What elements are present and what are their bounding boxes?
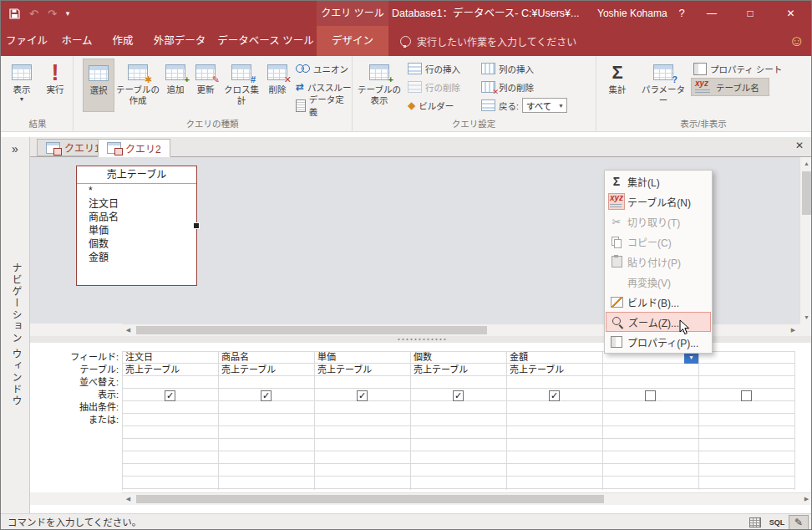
scroll-right-icon[interactable]: ▶ xyxy=(800,493,812,505)
field-item[interactable]: 単価 xyxy=(77,224,196,237)
show-checkbox[interactable] xyxy=(741,390,752,401)
datasheet-view-button[interactable] xyxy=(745,515,765,530)
tab-create[interactable]: 作成 xyxy=(101,26,145,56)
field-cell[interactable]: 注文日 xyxy=(122,351,216,364)
union-button[interactable]: ユニオン xyxy=(293,59,352,78)
menu-item-build[interactable]: ビルド(B)... xyxy=(606,292,711,312)
update-button[interactable]: ✎ 更新 xyxy=(191,59,220,112)
field-cell[interactable]: 個数 xyxy=(410,351,504,364)
menu-item-zoom[interactable]: ズーム(Z)... xyxy=(606,312,711,332)
expand-nav-pane-icon[interactable]: » xyxy=(1,142,29,155)
sigma-icon: Σ xyxy=(613,176,620,187)
titlebar: ↶ ↷ ▾ クエリ ツール Database1：データベース- C:¥Users… xyxy=(1,1,811,26)
scroll-down-icon[interactable]: ▼ xyxy=(800,311,812,324)
scroll-left-icon[interactable]: ◀ xyxy=(122,324,134,336)
scroll-right-icon[interactable]: ▶ xyxy=(787,324,799,336)
field-list[interactable]: 売上テーブル * 注文日 商品名 単価 個数 金額 xyxy=(76,166,197,286)
close-button[interactable]: ✕ xyxy=(769,1,812,26)
show-checkbox[interactable] xyxy=(261,390,272,401)
table-cell[interactable]: 売上テーブル xyxy=(122,364,216,376)
tab-file[interactable]: ファイル xyxy=(1,26,53,56)
tab-database-tools[interactable]: データベース ツール xyxy=(215,26,317,56)
sql-view-button[interactable]: SQL xyxy=(767,515,787,530)
tab-design[interactable]: デザイン xyxy=(317,26,388,56)
delete-rows-button: 行の削除 xyxy=(405,78,475,96)
delete-columns-button[interactable]: ✕ 列の削除 xyxy=(479,78,551,96)
show-checkbox[interactable] xyxy=(549,390,560,401)
maximize-button[interactable]: □ xyxy=(731,1,769,26)
menu-item-table-names-label: テーブル名(N) xyxy=(627,195,691,209)
append-button[interactable]: + 追加 xyxy=(161,59,190,112)
scrollbar-thumb[interactable] xyxy=(136,326,487,334)
feedback-smiley-icon[interactable]: ☺ xyxy=(789,26,804,56)
return-combobox[interactable]: すべて ▼ xyxy=(522,98,567,113)
grid-horizontal-scrollbar[interactable]: ◀ ▶ xyxy=(122,492,812,505)
select-query-button[interactable]: 選択 xyxy=(83,59,114,112)
tab-home[interactable]: ホーム xyxy=(53,26,101,56)
table-cell[interactable]: 売上テーブル xyxy=(314,364,408,376)
undo-icon[interactable]: ↶ xyxy=(29,8,38,20)
delete-query-button[interactable]: ✕ 削除 xyxy=(263,59,292,112)
scrollbar-thumb[interactable] xyxy=(136,495,604,503)
crosstab-label: クロス集計 xyxy=(221,84,261,105)
builder-button[interactable]: ◆ ビルダー xyxy=(405,96,475,115)
parameters-button[interactable]: ? パラメーター xyxy=(637,59,689,112)
table-cell[interactable]: 売上テーブル xyxy=(218,364,312,376)
make-table-label: テーブルの作成 xyxy=(116,84,160,105)
menu-item-properties[interactable]: プロパティ(P)... xyxy=(606,332,711,352)
table-names-button[interactable]: テーブル名 xyxy=(691,78,769,96)
scroll-left-icon[interactable]: ◀ xyxy=(122,493,134,505)
field-item[interactable]: 注文日 xyxy=(77,197,196,211)
field-cell[interactable]: 単価 xyxy=(314,351,408,364)
property-sheet-button[interactable]: プロパティ シート xyxy=(691,59,791,78)
query-icon xyxy=(46,142,60,154)
data-definition-button[interactable]: データ定義 xyxy=(293,96,352,115)
totals-button[interactable]: Σ 集計 xyxy=(601,59,634,112)
show-table-button[interactable]: + テーブルの表示 xyxy=(357,59,402,112)
chevron-down-icon: ▼ xyxy=(558,103,564,109)
crosstab-button[interactable]: # クロス集計 xyxy=(221,59,261,112)
redo-icon[interactable]: ↷ xyxy=(48,8,57,20)
navigation-pane-collapsed[interactable]: » ナビゲーション ウィンドウ xyxy=(1,137,30,513)
field-list-title[interactable]: 売上テーブル xyxy=(77,166,196,184)
show-checkbox[interactable] xyxy=(357,390,368,401)
field-cell[interactable]: 商品名 xyxy=(218,351,312,364)
table-cell[interactable]: 売上テーブル xyxy=(506,364,600,376)
show-checkbox[interactable] xyxy=(165,390,175,401)
field-cell[interactable]: 金額 xyxy=(506,351,600,364)
property-sheet-label: プロパティ シート xyxy=(710,63,782,75)
show-checkbox[interactable] xyxy=(645,390,656,401)
qat-customize-icon[interactable]: ▾ xyxy=(66,9,70,18)
return-icon xyxy=(481,99,495,111)
view-button[interactable]: 表示 ▼ xyxy=(6,59,38,112)
close-document-icon[interactable]: ✕ xyxy=(795,140,804,151)
tab-external-data[interactable]: 外部データ xyxy=(145,26,215,56)
save-icon[interactable] xyxy=(9,8,20,19)
table-names-icon xyxy=(609,196,624,208)
mouse-cursor xyxy=(679,319,690,339)
field-item[interactable]: 金額 xyxy=(77,251,196,264)
user-account[interactable]: Yoshie Kohama xyxy=(597,1,667,26)
field-item[interactable]: 個数 xyxy=(77,237,196,251)
tellme-box[interactable]: 実行したい作業を入力してください xyxy=(400,26,576,56)
make-table-button[interactable]: ✱ テーブルの作成 xyxy=(116,59,160,112)
run-button[interactable]: ! 実行 xyxy=(39,59,71,112)
nav-pane-title[interactable]: ナビゲーション ウィンドウ xyxy=(9,262,23,407)
design-view-button[interactable]: ✎ xyxy=(789,515,809,530)
menu-item-table-names[interactable]: テーブル名(N) xyxy=(606,191,711,211)
field-item-star[interactable]: * xyxy=(77,184,196,197)
show-checkbox[interactable] xyxy=(453,390,464,401)
union-icon xyxy=(296,64,310,74)
design-vertical-scrollbar[interactable]: ▲ ▼ xyxy=(799,157,812,324)
menu-item-totals[interactable]: Σ 集計(L) xyxy=(606,171,711,191)
table-cell[interactable]: 売上テーブル xyxy=(410,364,504,376)
minimize-button[interactable]: — xyxy=(693,1,731,26)
resize-handle[interactable] xyxy=(193,222,200,229)
insert-rows-button[interactable]: 行の挿入 xyxy=(405,59,475,78)
scrollbar-thumb[interactable] xyxy=(802,171,811,215)
help-button[interactable]: ? xyxy=(669,1,694,26)
field-item[interactable]: 商品名 xyxy=(77,211,196,224)
doc-tab-query2[interactable]: クエリ2 xyxy=(98,139,170,157)
scroll-up-icon[interactable]: ▲ xyxy=(800,157,812,170)
insert-columns-button[interactable]: 列の挿入 xyxy=(479,59,551,78)
